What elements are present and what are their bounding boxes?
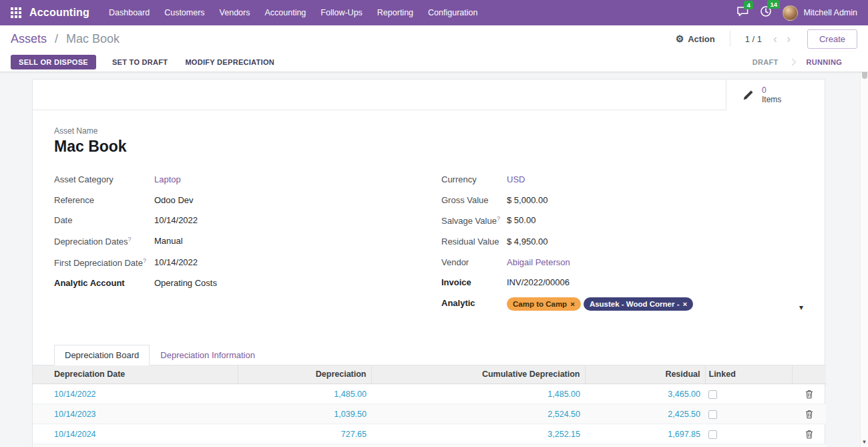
help-marker: ?: [143, 257, 146, 264]
nav-menu-customers[interactable]: Customers: [157, 0, 212, 25]
trash-icon[interactable]: [805, 390, 813, 399]
nav-menu-dashboard[interactable]: Dashboard: [101, 0, 157, 25]
cell-depreciation[interactable]: 1,485.00: [238, 384, 371, 404]
field-row-depreciation-dates: Depreciation Dates?Manual: [54, 235, 441, 248]
asset-name-label: Asset Name: [54, 126, 803, 136]
pager-previous-button[interactable]: ‹: [769, 33, 782, 45]
field-row-analytic-account: Analytic AccountOperating Costs: [54, 277, 441, 289]
linked-checkbox[interactable]: [708, 430, 717, 439]
user-avatar: [783, 5, 798, 21]
tag-text: Asustek - Wood Corner -: [590, 299, 680, 309]
tag-asustek-wood-corner[interactable]: Asustek - Wood Corner -×: [584, 297, 693, 311]
tag-camp-to-camp[interactable]: Camp to Camp×: [507, 297, 581, 311]
breadcrumb-parent-link[interactable]: Assets: [11, 32, 47, 45]
field-label-gross-value: Gross Value: [441, 194, 507, 206]
pencil-icon: [742, 90, 754, 101]
field-label-vendor: Vendor: [441, 257, 507, 269]
nav-menu: DashboardCustomersVendorsAccountingFollo…: [101, 0, 485, 25]
help-marker: ?: [128, 236, 132, 243]
linked-checkbox[interactable]: [708, 390, 717, 399]
action-menu-button[interactable]: ⚙ Action: [676, 33, 715, 44]
cell-depreciation-date[interactable]: 10/14/2025: [33, 444, 238, 447]
trash-icon[interactable]: [805, 410, 813, 419]
scrollbar-down-arrow[interactable]: ▼: [861, 439, 868, 445]
nav-menu-reporting[interactable]: Reporting: [370, 0, 421, 25]
create-button[interactable]: Create: [807, 29, 857, 49]
cell-linked: [705, 444, 792, 447]
sell-or-dispose-button[interactable]: SELL OR DISPOSE: [11, 55, 96, 69]
field-value-vendor[interactable]: Abigail Peterson: [507, 257, 570, 269]
cell-cumulative-depreciation[interactable]: 3,252.15: [371, 424, 585, 444]
user-menu[interactable]: Mitchell Admin: [783, 5, 857, 21]
breadcrumb: Assets / Mac Book: [11, 32, 120, 46]
cell-depreciation-date[interactable]: 10/14/2022: [33, 384, 238, 404]
tab-depreciation-information[interactable]: Depreciation Information: [150, 345, 266, 365]
tag-remove-icon[interactable]: ×: [682, 299, 687, 309]
items-stat-button[interactable]: 0 Items: [726, 80, 825, 110]
form-sheet: 0 Items Asset Name Mac Book Asset Catego…: [32, 79, 825, 447]
field-row-date: Date10/14/2022: [54, 214, 441, 227]
col-header-cumulative-depreciation: Cumulative Depreciation: [371, 365, 585, 384]
cell-depreciation[interactable]: 1,039.50: [238, 404, 371, 424]
field-value-currency[interactable]: USD: [507, 174, 525, 186]
dropdown-caret-icon[interactable]: ▾: [799, 303, 803, 312]
apps-grid-icon[interactable]: [11, 7, 21, 18]
field-label-asset-category: Asset Category: [54, 174, 154, 186]
tag-text: Camp to Camp: [513, 299, 567, 309]
content-area: 0 Items Asset Name Mac Book Asset Catego…: [0, 72, 860, 447]
field-label-analytic-account: Analytic Account: [54, 277, 154, 289]
activities-button[interactable]: 14: [760, 5, 772, 20]
cell-residual[interactable]: 3,465.00: [585, 384, 705, 404]
field-row-currency: CurrencyUSD: [441, 174, 803, 186]
analytic-tags: Camp to Camp×Asustek - Wood Corner -×: [507, 297, 693, 311]
cell-linked: [705, 404, 792, 424]
field-value-gross-value: $ 5,000.00: [507, 194, 548, 206]
breadcrumb-current: Mac Book: [66, 32, 120, 45]
cell-residual[interactable]: 1,188.49: [585, 444, 705, 447]
tag-remove-icon[interactable]: ×: [570, 299, 575, 309]
nav-menu-vendors[interactable]: Vendors: [212, 0, 258, 25]
modify-depreciation-button[interactable]: MODIFY DEPRECIATION: [178, 55, 282, 69]
pager-counter: 1 / 1: [745, 34, 762, 44]
cell-depreciation-date[interactable]: 10/14/2023: [33, 404, 238, 424]
cell-depreciation[interactable]: 509.36: [238, 444, 371, 447]
col-header-residual: Residual: [585, 365, 705, 384]
cell-cumulative-depreciation[interactable]: 1,485.00: [371, 384, 585, 404]
cell-residual[interactable]: 2,425.50: [585, 404, 705, 424]
col-header-depreciation-date: Depreciation Date: [33, 365, 238, 384]
pager-next-button[interactable]: ›: [782, 33, 795, 45]
nav-menu-configuration[interactable]: Configuration: [421, 0, 485, 25]
field-label-depreciation-dates: Depreciation Dates?: [54, 235, 154, 248]
left-field-column: Asset CategoryLaptopReferenceOdoo DevDat…: [54, 174, 441, 319]
trash-icon[interactable]: [805, 430, 813, 439]
set-to-draft-button[interactable]: SET TO DRAFT: [105, 55, 175, 69]
cell-cumulative-depreciation[interactable]: 2,524.50: [371, 404, 585, 424]
field-value-reference: Odoo Dev: [154, 194, 194, 206]
field-value-invoice: INV/2022/00006: [507, 277, 570, 289]
cell-cumulative-depreciation[interactable]: 3,761.51: [371, 444, 585, 447]
button-box: 0 Items: [33, 80, 825, 110]
nav-menu-accounting[interactable]: Accounting: [257, 0, 313, 25]
col-header-linked: Linked: [705, 365, 792, 384]
app-title[interactable]: Accounting: [29, 7, 89, 19]
messages-badge: 4: [744, 1, 752, 9]
sheet-body: Asset Name Mac Book Asset CategoryLaptop…: [33, 110, 825, 319]
vertical-scrollbar[interactable]: ▼: [860, 52, 868, 447]
field-label-date: Date: [54, 214, 154, 227]
messages-button[interactable]: 4: [736, 6, 749, 20]
field-value-asset-category[interactable]: Laptop: [154, 174, 181, 186]
cell-depreciation-date[interactable]: 10/14/2024: [33, 424, 238, 444]
cell-linked: [705, 424, 792, 444]
tab-depreciation-board[interactable]: Depreciation Board: [54, 345, 150, 365]
divider: [730, 31, 730, 47]
table-row: 10/14/20221,485.001,485.003,465.00: [33, 384, 826, 404]
linked-checkbox[interactable]: [708, 410, 717, 419]
state-draft[interactable]: DRAFT: [742, 58, 789, 66]
activities-badge: 14: [767, 0, 780, 9]
state-running[interactable]: RUNNING: [797, 58, 852, 66]
cell-depreciation[interactable]: 727.65: [238, 424, 371, 444]
cell-residual[interactable]: 1,697.85: [585, 424, 705, 444]
nav-menu-follow-ups[interactable]: Follow-Ups: [313, 0, 370, 25]
user-name: Mitchell Admin: [803, 8, 857, 17]
field-label-residual-value: Residual Value: [441, 236, 507, 248]
